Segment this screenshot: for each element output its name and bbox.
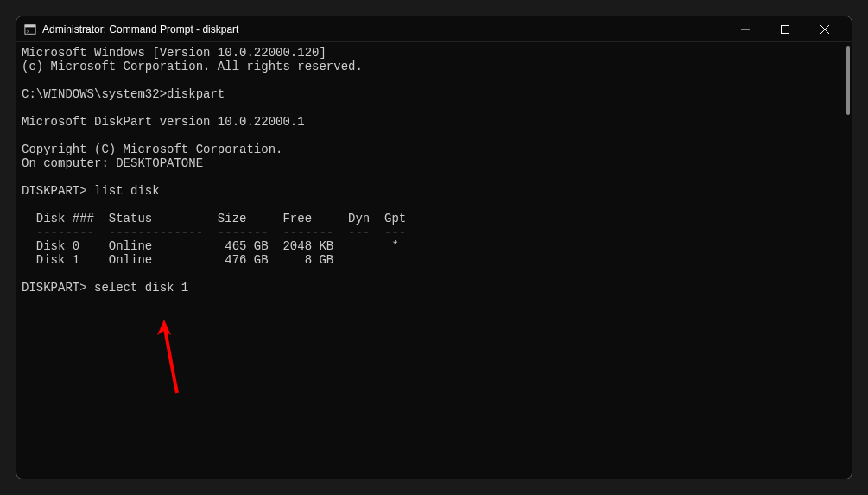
output-line: Disk 1 Online 476 GB 8 GB xyxy=(22,253,333,267)
output-line: Microsoft Windows [Version 10.0.22000.12… xyxy=(22,46,326,60)
window-title: Administrator: Command Prompt - diskpart xyxy=(42,23,725,35)
close-button[interactable] xyxy=(805,16,845,42)
terminal-output: Microsoft Windows [Version 10.0.22000.12… xyxy=(22,46,846,295)
minimize-button[interactable] xyxy=(725,16,765,42)
scrollbar[interactable] xyxy=(846,46,850,115)
output-line: DISKPART> list disk xyxy=(22,184,160,198)
output-line: -------- ------------- ------- ------- -… xyxy=(22,225,406,239)
output-line: DISKPART> select disk 1 xyxy=(22,281,188,295)
terminal-body[interactable]: Microsoft Windows [Version 10.0.22000.12… xyxy=(16,42,852,479)
output-line: Disk 0 Online 465 GB 2048 KB * xyxy=(22,239,399,253)
output-line: On computer: DESKTOPATONE xyxy=(22,156,203,170)
maximize-button[interactable] xyxy=(765,16,805,42)
output-line: Microsoft DiskPart version 10.0.22000.1 xyxy=(22,115,305,129)
svg-text:>_: >_ xyxy=(27,28,33,34)
output-line: C:\WINDOWS\system32>diskpart xyxy=(22,87,225,101)
window-controls xyxy=(725,16,845,42)
titlebar[interactable]: >_ Administrator: Command Prompt - diskp… xyxy=(16,16,852,42)
output-line: Disk ### Status Size Free Dyn Gpt xyxy=(22,212,406,225)
output-line: (c) Microsoft Corporation. All rights re… xyxy=(22,60,363,73)
svg-rect-1 xyxy=(25,24,35,27)
command-prompt-window: >_ Administrator: Command Prompt - diskp… xyxy=(16,16,852,479)
svg-rect-4 xyxy=(782,25,789,33)
cmd-icon: >_ xyxy=(23,22,37,36)
output-line: Copyright (C) Microsoft Corporation. xyxy=(22,143,282,156)
